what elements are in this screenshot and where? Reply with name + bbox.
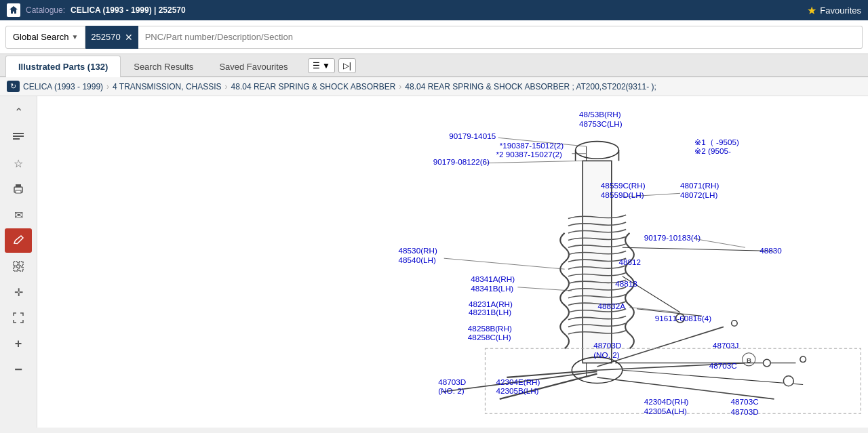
catalogue-value: CELICA (1993 - 1999) | 252570 (71, 5, 186, 15)
breadcrumb-item-3[interactable]: 48.04 REAR SPRING & SHOCK ABSORBER ; AT2… (405, 82, 656, 91)
svg-text:48818: 48818 (615, 279, 637, 288)
breadcrumb: ↻ CELICA (1993 - 1999) › 4 TRANSMISSION,… (0, 77, 868, 96)
parts-diagram-svg: 48/53B(RH) 48753C(LH) 90179-14015 *19038… (37, 96, 868, 428)
email-button[interactable]: ✉ (5, 203, 32, 227)
zoom-out-button[interactable]: − (5, 357, 32, 382)
svg-text:48703C: 48703C (709, 361, 737, 370)
favourite-button[interactable]: ☆ (5, 151, 32, 176)
svg-text:48231B(LH): 48231B(LH) (469, 308, 511, 316)
star-icon: ★ (807, 4, 816, 17)
search-tag-close[interactable]: ✕ (125, 32, 133, 43)
breadcrumb-sep-2: › (399, 82, 401, 91)
svg-text:48072(LH): 48072(LH) (680, 190, 717, 199)
print-button[interactable] (5, 177, 32, 201)
svg-text:48559D(LH): 48559D(LH) (601, 190, 644, 199)
svg-rect-6 (14, 262, 18, 266)
breadcrumb-item-1[interactable]: 4 TRANSMISSION, CHASSIS (113, 82, 221, 91)
svg-text:48753C(LH): 48753C(LH) (579, 119, 623, 128)
svg-point-31 (800, 356, 806, 363)
move-button[interactable]: ✛ (5, 280, 32, 304)
svg-text:48703D: 48703D (731, 407, 759, 416)
svg-text:48703C: 48703C (731, 397, 759, 406)
fullscreen-button[interactable] (5, 306, 32, 330)
svg-rect-7 (19, 262, 23, 266)
main-layout: ⌃ ☆ ✉ (0, 96, 868, 428)
svg-text:48071(RH): 48071(RH) (680, 181, 719, 190)
svg-text:48231A(RH): 48231A(RH) (469, 300, 513, 308)
collapse-button[interactable]: ⌃ (5, 100, 32, 124)
breadcrumb-sep-1: › (225, 82, 228, 91)
svg-rect-2 (13, 138, 20, 140)
svg-text:*190387-15012(2): *190387-15012(2) (500, 141, 564, 150)
search-bar: Global Search ▼ 252570 ✕ (0, 20, 868, 54)
svg-text:48830: 48830 (760, 246, 782, 255)
svg-text:42304D(RH): 42304D(RH) (644, 397, 689, 406)
svg-text:※2 (9505-: ※2 (9505- (694, 146, 731, 155)
svg-text:48341A(RH): 48341A(RH) (471, 274, 515, 283)
svg-text:48530(RH): 48530(RH) (399, 246, 437, 255)
svg-text:48341B(LH): 48341B(LH) (471, 284, 513, 293)
diagram-area[interactable]: 48/53B(RH) 48753C(LH) 90179-14015 *19038… (37, 96, 868, 428)
svg-text:48/53B(RH): 48/53B(RH) (579, 110, 621, 119)
svg-text:90179-10183(4): 90179-10183(4) (644, 233, 701, 242)
select-button[interactable] (5, 254, 32, 279)
svg-text:B: B (747, 356, 751, 364)
export-button[interactable]: ▷| (338, 58, 356, 73)
svg-text:48812: 48812 (619, 257, 642, 266)
svg-rect-4 (16, 184, 21, 187)
global-search-button[interactable]: Global Search ▼ (5, 26, 85, 49)
svg-point-28 (732, 321, 738, 327)
tab-actions: ☰ ▼ ▷| (308, 58, 356, 76)
svg-text:91611-60816(4): 91611-60816(4) (655, 314, 711, 323)
svg-line-54 (444, 258, 565, 269)
edit-button[interactable] (5, 228, 32, 253)
svg-line-61 (629, 308, 680, 312)
svg-line-58 (517, 287, 572, 291)
home-button[interactable] (7, 3, 20, 17)
svg-text:48832A: 48832A (598, 302, 626, 310)
favourites-label: Favourites (820, 5, 861, 16)
svg-text:*2 90387-15027(2): *2 90387-15027(2) (496, 150, 562, 159)
catalogue-label: Catalogue: (26, 5, 65, 15)
search-input[interactable] (138, 26, 863, 49)
svg-text:48703J: 48703J (713, 341, 738, 350)
breadcrumb-item-0[interactable]: CELICA (1993 - 1999) (23, 82, 103, 91)
zoom-in-button[interactable]: + (5, 331, 32, 356)
refresh-icon[interactable]: ↻ (7, 81, 20, 92)
left-toolbar: ⌃ ☆ ✉ (0, 96, 37, 428)
tab-saved-favourites[interactable]: Saved Favourites (206, 56, 300, 77)
svg-text:42305A(LH): 42305A(LH) (644, 407, 687, 415)
svg-text:48703D: 48703D (593, 341, 621, 350)
svg-line-22 (597, 377, 774, 399)
svg-text:48258B(RH): 48258B(RH) (468, 324, 512, 333)
svg-point-29 (764, 359, 771, 367)
svg-text:(NO. 2): (NO. 2) (438, 386, 464, 395)
svg-line-50 (694, 239, 745, 247)
global-search-label: Global Search (13, 32, 68, 42)
chevron-down-icon: ▼ (71, 33, 78, 41)
breadcrumb-item-2[interactable]: 48.04 REAR SPRING & SHOCK ABSORBER (231, 82, 396, 91)
search-tag: 252570 ✕ (85, 26, 138, 49)
export-icon: ▷| (343, 61, 351, 70)
svg-rect-0 (13, 133, 24, 134)
svg-text:90179-08122(6): 90179-08122(6) (433, 157, 490, 166)
svg-line-43 (485, 161, 583, 163)
svg-rect-9 (19, 267, 23, 271)
svg-point-30 (783, 376, 793, 386)
header-bar: Catalogue: CELICA (1993 - 1999) | 252570… (0, 0, 868, 20)
favourites-button[interactable]: ★ Favourites (807, 4, 861, 17)
svg-line-23 (623, 370, 803, 384)
parts-list-button[interactable] (5, 125, 32, 150)
search-tag-value: 252570 (91, 32, 120, 42)
svg-rect-5 (16, 190, 21, 193)
list-icon: ☰ ▼ (313, 61, 330, 70)
svg-text:42304E(RH): 42304E(RH) (496, 377, 540, 386)
svg-rect-8 (14, 267, 18, 271)
svg-line-24 (623, 247, 774, 251)
tab-illustrated-parts[interactable]: Illustrated Parts (132) (5, 56, 121, 77)
tab-search-results[interactable]: Search Results (121, 56, 206, 77)
svg-text:48559C(RH): 48559C(RH) (601, 181, 646, 190)
list-view-button[interactable]: ☰ ▼ (308, 58, 335, 73)
svg-text:48258C(LH): 48258C(LH) (468, 333, 511, 342)
breadcrumb-sep-0: › (106, 82, 109, 91)
